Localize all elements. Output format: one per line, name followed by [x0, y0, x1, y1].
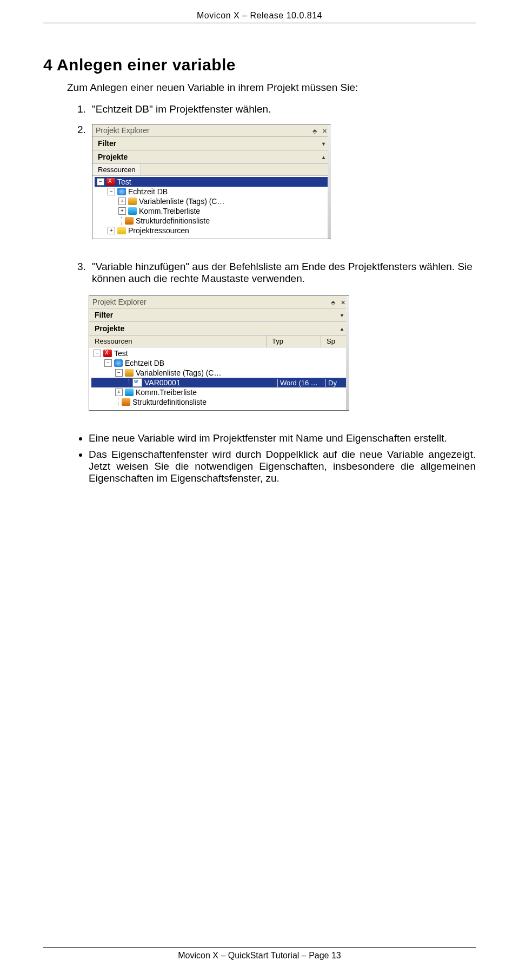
chevron-up-icon: ▴ [341, 326, 343, 332]
pin-icon[interactable]: ⬘ [331, 299, 335, 306]
col-typ[interactable]: Typ [267, 336, 321, 347]
cell-typ: Word (16 … [277, 379, 325, 387]
tree-node-variablenliste[interactable]: + Variablenliste (Tags) (C… [95, 196, 328, 206]
tree-view: − Test − Echtzeit DB + Variablenliste (T… [92, 175, 330, 239]
collapse-icon[interactable]: − [115, 369, 123, 377]
cell-sp: Dy [325, 379, 347, 387]
node-label: Variablenliste (Tags) (C… [136, 369, 221, 377]
step-3: "Variable hinzufügen" aus der Befehlslis… [89, 261, 476, 285]
expand-icon[interactable]: + [118, 198, 126, 205]
node-label: Echtzeit DB [128, 187, 168, 196]
node-label: Test [117, 177, 131, 186]
panel-title: Projekt Explorer [92, 298, 147, 306]
node-label: Echtzeit DB [125, 359, 164, 367]
expand-icon[interactable]: + [118, 207, 126, 215]
projekte-section[interactable]: Projekte ▴ [92, 150, 330, 163]
tab-ressourcen[interactable]: Ressourcen [92, 164, 141, 175]
driver-icon [125, 389, 134, 396]
node-label: Projektressourcen [128, 226, 189, 235]
tree-node-echtzeit-db[interactable]: − Echtzeit DB [95, 187, 328, 196]
collapse-icon[interactable]: − [108, 188, 115, 195]
filter-section[interactable]: Filter ▾ [89, 308, 349, 321]
intro-text: Zum Anlegen einer neuen Variable in ihre… [67, 82, 476, 94]
chevron-up-icon: ▴ [322, 154, 325, 160]
col-ressourcen[interactable]: Ressourcen [89, 336, 267, 347]
project-icon [103, 350, 112, 357]
tab-row: Ressourcen [92, 163, 330, 175]
project-icon [107, 178, 115, 186]
page-footer: Movicon X – QuickStart Tutorial – Page 1… [43, 947, 476, 961]
tag-icon [125, 369, 134, 377]
tree-node-projektressourcen[interactable]: + Projektressourcen [95, 226, 328, 235]
screenshot-2: Projekt Explorer ⬘ ✕ Filter ▾ Projekte ▴… [89, 295, 349, 411]
node-label: VAR00001 [144, 378, 181, 387]
page-header: Movicon X – Release 10.0.814 [43, 11, 476, 23]
driver-icon [128, 207, 137, 215]
bullet-2: Das Eigenschaftenfenster wird durch Dopp… [89, 449, 476, 484]
db-icon [114, 359, 123, 367]
tree-node-treiberliste[interactable]: + Komm.Treiberliste [95, 206, 328, 216]
node-label: Komm.Treiberliste [136, 388, 197, 397]
collapse-icon[interactable]: − [94, 350, 101, 357]
chevron-down-icon: ▾ [341, 312, 343, 318]
collapse-icon[interactable]: − [97, 178, 104, 186]
projekte-label: Projekte [95, 324, 124, 333]
panel-title-bar: Projekt Explorer ⬘ ✕ [92, 124, 330, 136]
collapse-icon[interactable]: − [104, 359, 112, 367]
tree-node-variablenliste[interactable]: − Variablenliste (Tags) (C… [91, 368, 347, 378]
expand-icon[interactable]: + [115, 389, 123, 396]
struct-icon [122, 398, 130, 406]
db-icon [117, 188, 126, 195]
steps-list: "Echtzeit DB" im Projektfenster wählen. … [67, 103, 476, 285]
folder-icon [117, 227, 126, 234]
scroll-edge [328, 124, 331, 239]
filter-label: Filter [95, 311, 113, 319]
col-sp[interactable]: Sp [321, 336, 349, 347]
step-2: Projekt Explorer ⬘ ✕ Filter ▾ Projekte ▴… [89, 124, 476, 239]
tag-icon [128, 198, 137, 205]
filter-section[interactable]: Filter ▾ [92, 136, 330, 150]
close-icon[interactable]: ✕ [341, 299, 345, 306]
tree-node-treiberliste[interactable]: + Komm.Treiberliste [91, 387, 347, 397]
tree-node-echtzeit-db[interactable]: − Echtzeit DB [91, 358, 347, 368]
node-label: Strukturdefinitionsliste [136, 216, 210, 225]
panel-title: Projekt Explorer [96, 126, 150, 135]
tree-node-var00001[interactable]: VAR00001 Word (16 … Dy [91, 378, 347, 387]
filter-label: Filter [98, 139, 116, 148]
projekte-label: Projekte [98, 153, 128, 161]
pin-icon[interactable]: ⬘ [312, 128, 317, 135]
close-icon[interactable]: ✕ [322, 128, 327, 135]
bullet-1: Eine neue Variable wird im Projektfenste… [89, 432, 476, 444]
tree-node-strukturliste[interactable]: Strukturdefinitionsliste [95, 216, 328, 226]
node-label: Komm.Treiberliste [139, 207, 200, 215]
chevron-down-icon: ▾ [322, 141, 325, 147]
screenshot-1: Projekt Explorer ⬘ ✕ Filter ▾ Projekte ▴… [92, 124, 331, 239]
step-1: "Echtzeit DB" im Projektfenster wählen. [89, 103, 476, 115]
expand-icon[interactable]: + [108, 227, 115, 234]
panel-title-bar: Projekt Explorer ⬘ ✕ [89, 296, 349, 308]
result-bullets: Eine neue Variable wird im Projektfenste… [67, 432, 476, 484]
tree-node-strukturliste[interactable]: Strukturdefinitionsliste [91, 397, 347, 407]
tree-node-test[interactable]: − Test [91, 348, 347, 358]
variable-icon [132, 378, 142, 387]
node-label: Strukturdefinitionsliste [132, 398, 207, 406]
struct-icon [125, 217, 134, 225]
node-label: Test [114, 349, 128, 358]
column-headers: Ressourcen Typ Sp [89, 335, 349, 347]
projekte-section[interactable]: Projekte ▴ [89, 321, 349, 335]
node-label: Variablenliste (Tags) (C… [139, 197, 224, 206]
tree-node-test[interactable]: − Test [95, 177, 328, 187]
scroll-edge [346, 296, 349, 410]
section-heading: 4 Anlegen einer variable [43, 56, 476, 74]
tree-view: − Test − Echtzeit DB − Variablenliste (T… [89, 347, 349, 410]
